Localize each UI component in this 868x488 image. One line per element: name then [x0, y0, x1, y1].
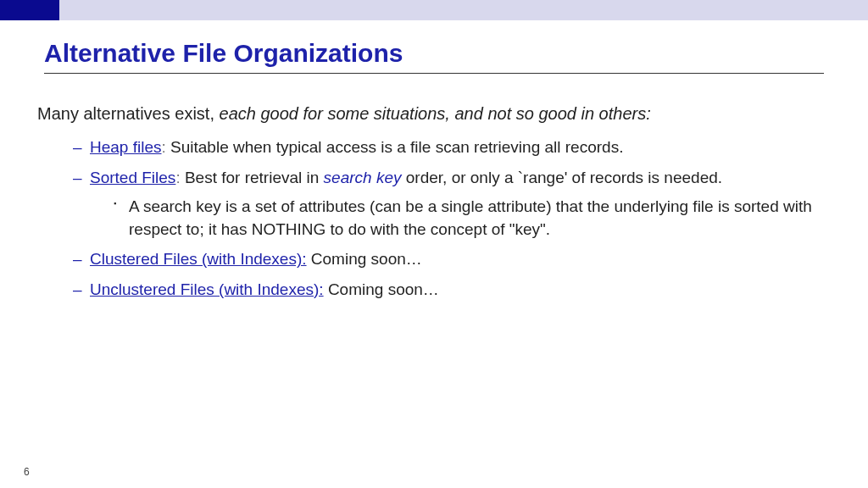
list-item: Clustered Files (with Indexes): Coming s…	[73, 247, 831, 271]
page-number: 6	[24, 466, 30, 478]
list-item: Heap files: Suitable when typical access…	[73, 136, 831, 159]
sub-list: A search key is a set of attributes (can…	[114, 196, 831, 241]
term-unclustered: Unclustered Files (with Indexes):	[90, 280, 324, 298]
item-rest: Suitable when typical access is a file s…	[166, 138, 624, 156]
item-rest: Coming soon…	[307, 250, 422, 268]
item-rest-a: Best for retrieval in	[181, 169, 324, 186]
term-heap-files: Heap files	[90, 138, 162, 156]
search-key-em: search key	[324, 169, 402, 186]
intro-text: Many alternatives exist, each good for s…	[37, 104, 831, 124]
term-clustered: Clustered Files (with Indexes):	[90, 250, 307, 268]
intro-plain: Many alternatives exist,	[37, 104, 220, 123]
intro-italic: each good for some situations, and not s…	[220, 104, 651, 123]
item-rest: Coming soon…	[324, 280, 439, 298]
sub-item: A search key is a set of attributes (can…	[114, 196, 831, 241]
item-rest-b: order, or only a `range' of records is n…	[401, 169, 722, 186]
slide-title: Alternative File Organizations	[44, 39, 868, 68]
list-item: Unclustered Files (with Indexes): Coming…	[73, 278, 831, 302]
title-underline	[44, 73, 824, 74]
bullet-list: Heap files: Suitable when typical access…	[73, 136, 831, 301]
term-sorted-files: Sorted Files	[90, 169, 175, 186]
list-item: Sorted Files: Best for retrieval in sear…	[73, 166, 831, 241]
slide-body: Many alternatives exist, each good for s…	[37, 104, 831, 301]
header-bar	[0, 0, 868, 20]
header-accent	[0, 0, 59, 20]
